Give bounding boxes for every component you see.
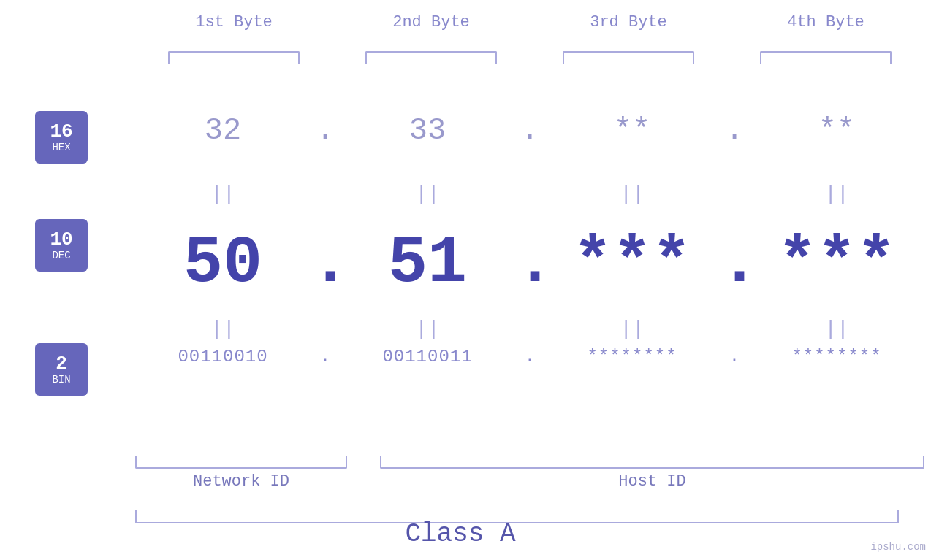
eq6: ||: [340, 318, 515, 340]
dec-dot3: .: [720, 226, 749, 301]
bin-dot3: .: [720, 347, 749, 367]
hex-data-row: 32 . 33 . ** . **: [135, 113, 924, 148]
byte1-bracket: [135, 51, 332, 64]
hex-byte3: **: [544, 113, 720, 148]
byte2-header: 2nd Byte: [332, 13, 530, 31]
dec-byte3: ***: [544, 226, 720, 301]
hex-dot2: .: [515, 113, 544, 148]
bin-data-row: 00110010 . 00110011 . ******** . *******…: [135, 347, 924, 367]
byte2-bracket: [332, 51, 530, 64]
hex-dot3: .: [720, 113, 749, 148]
hex-badge-num: 16: [50, 121, 72, 142]
bin-badge-label: BIN: [52, 374, 70, 386]
eq3: ||: [544, 183, 720, 205]
dec-badge: 10 DEC: [35, 219, 88, 272]
dec-data-row: 50 . 51 . *** . ***: [135, 226, 924, 301]
hex-byte4: **: [749, 113, 924, 148]
bin-badge-num: 2: [56, 353, 67, 375]
hex-dot1: .: [311, 113, 340, 148]
eq4: ||: [749, 183, 924, 205]
network-bracket: [135, 456, 347, 469]
bin-byte1: 00110010: [135, 347, 311, 367]
eq7: ||: [544, 318, 720, 340]
equals-dec-bin: || || || ||: [135, 318, 924, 340]
byte4-bracket: [727, 51, 924, 64]
bottom-brackets: [135, 456, 924, 469]
dec-byte4: ***: [749, 226, 924, 301]
network-id-label: Network ID: [135, 472, 347, 491]
byte3-header: 3rd Byte: [530, 13, 727, 31]
dec-dot2: .: [515, 226, 544, 301]
class-label: Class A: [0, 519, 921, 549]
bin-dot1: .: [311, 347, 340, 367]
hex-badge: 16 HEX: [35, 111, 88, 164]
bin-byte2: 00110011: [340, 347, 515, 367]
hex-byte2: 33: [340, 113, 515, 148]
watermark: ipshu.com: [870, 541, 926, 553]
dec-byte2: 51: [340, 226, 515, 301]
eq8: ||: [749, 318, 924, 340]
bin-byte3: ********: [544, 347, 720, 367]
bin-dot2: .: [515, 347, 544, 367]
eq5: ||: [135, 318, 311, 340]
byte4-header: 4th Byte: [727, 13, 924, 31]
host-id-label: Host ID: [380, 472, 924, 491]
hex-byte1: 32: [135, 113, 311, 148]
eq1: ||: [135, 183, 311, 205]
dec-badge-label: DEC: [52, 250, 70, 261]
dec-dot1: .: [311, 226, 340, 301]
eq2: ||: [340, 183, 515, 205]
byte1-header: 1st Byte: [135, 13, 332, 31]
bin-byte4: ********: [749, 347, 924, 367]
id-labels-row: Network ID Host ID: [135, 472, 924, 491]
byte3-bracket: [530, 51, 727, 64]
host-bracket: [380, 456, 924, 469]
bin-badge: 2 BIN: [35, 343, 88, 396]
hex-badge-label: HEX: [52, 142, 70, 153]
equals-hex-dec: || || || ||: [135, 183, 924, 205]
dec-byte1: 50: [135, 226, 311, 301]
dec-badge-num: 10: [50, 229, 72, 250]
